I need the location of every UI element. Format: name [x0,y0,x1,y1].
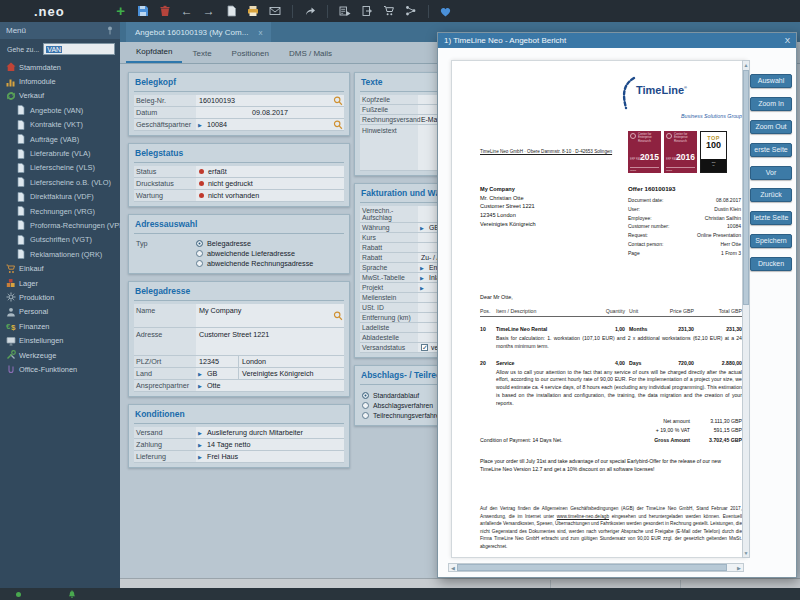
radio-icon[interactable] [362,402,369,409]
tab-positionen[interactable]: Positionen [222,45,279,63]
chevron-right-icon[interactable]: ▶ [196,451,204,462]
sidebar-item-einkauf[interactable]: Einkauf [0,261,120,275]
sidebar-item-infomodule[interactable]: Infomodule [0,74,120,88]
horizontal-scrollbar[interactable]: ◀ ▶ [448,563,744,572]
scroll-down-icon[interactable]: ▼ [743,549,749,557]
export-document-icon[interactable] [359,3,375,19]
radio-selected-icon[interactable] [362,392,369,399]
chevron-right-icon[interactable]: ▶ [418,223,426,232]
chevron-right-icon[interactable]: ▶ [196,380,204,391]
sidebar-item-lieferscheine-ob-vlo[interactable]: Lieferscheine o.B. (VLO) [0,175,120,189]
radio-abweichende-rechnungsadresse[interactable]: abweichende Rechnungsadresse [196,258,344,268]
sidebar-item-stammdaten[interactable]: Stammdaten [0,60,120,74]
sidebar-item-kontrakte-vkt[interactable]: Kontrakte (VKT) [0,118,120,132]
zoom-out-button[interactable]: Zoom Out [750,120,792,134]
horizontal-scroll-thumb[interactable] [457,564,727,571]
tab-texte[interactable]: Texte [182,45,221,63]
radio-icon[interactable] [196,250,203,257]
chevron-right-icon[interactable]: ▶ [418,263,426,272]
sidebar-item-werkzeuge[interactable]: Werkzeuge [0,348,120,362]
zoom-in-button[interactable]: Zoom In [750,97,792,111]
sidebar-item-gutschriften-vgt[interactable]: Gutschriften (VGT) [0,233,120,247]
support-icon[interactable] [438,3,454,19]
sidebar-item-finanzen[interactable]: €$ Finanzen [0,319,120,333]
geschaeftspartner-input[interactable]: 10084 [204,119,331,130]
search-icon[interactable] [331,95,344,106]
tab-dms-mails[interactable]: DMS / Mails [279,45,342,63]
sidebar-item-auftraege-vab[interactable]: Aufträge (VAB) [0,132,120,146]
datum-input[interactable]: 09.08.2017 [196,107,344,118]
print-button[interactable]: Drucken [750,257,792,271]
radio-icon[interactable] [362,412,369,419]
versand-input[interactable]: Auslieferung durch Mitarbeiter [204,427,344,438]
back-button[interactable]: Zurück [750,188,792,202]
sidebar-item-reklamationen-qrk[interactable]: Reklamationen (QRK) [0,247,120,261]
land-code-input[interactable]: GB [204,368,238,379]
search-icon[interactable] [331,304,344,327]
chevron-right-icon[interactable]: ▶ [196,439,204,450]
beleg-nr-input[interactable]: 160100193 [196,95,331,106]
close-tab-icon[interactable]: x [258,28,262,37]
email-icon[interactable] [267,3,283,19]
chevron-right-icon[interactable]: ▶ [196,368,204,379]
chevron-right-icon[interactable]: ▶ [418,283,426,292]
goto-input[interactable]: VAN [43,43,115,55]
radio-abweichende-lieferadresse[interactable]: abweichende Lieferadresse [196,248,344,258]
last-page-button[interactable]: letzte Seite [750,211,792,225]
cart-icon[interactable] [381,3,397,19]
export-table-icon[interactable] [337,3,353,19]
field-zahlung: Zahlung ▶ 14 Tage netto [134,439,344,451]
vertical-scroll-thumb[interactable] [743,70,749,305]
auswahl-button[interactable]: Auswahl [750,74,792,88]
sidebar-item-lager[interactable]: Lager [0,276,120,290]
close-icon[interactable]: X [785,36,790,45]
zahlung-input[interactable]: 14 Tage netto [204,439,344,450]
sidebar-item-verkauf[interactable]: Verkauf [0,89,120,103]
sidebar-item-lieferabrufe-vla[interactable]: Lieferabrufe (VLA) [0,146,120,160]
radio-belegadresse[interactable]: Belegadresse [196,238,344,248]
adresse-input[interactable]: Customer Street 1221 [196,328,344,355]
ort-input[interactable]: London [238,356,344,367]
document-tab[interactable]: Angebot 160100193 (My Com... x [126,22,271,42]
new-icon[interactable]: + [113,3,129,19]
sidebar-item-lieferscheine-vls[interactable]: Lieferscheine (VLS) [0,161,120,175]
search-icon[interactable] [331,119,344,130]
radio-selected-icon[interactable] [196,240,203,247]
sidebar-item-direktfaktura-vdf[interactable]: Direktfaktura (VDF) [0,190,120,204]
sidebar-item-angebote-van[interactable]: Angebote (VAN) [0,103,120,117]
name-input[interactable]: My Company [196,304,331,327]
sidebar-item-proforma-rechnungen-vpr[interactable]: Proforma-Rechnungen (VPR) [0,218,120,232]
scroll-right-icon[interactable]: ▶ [735,564,743,571]
document-icon [17,105,30,115]
plz-input[interactable]: 12345 [196,356,238,367]
save-button[interactable]: Speichern [750,234,792,248]
sidebar-item-produktion[interactable]: Produktion [0,290,120,304]
print-icon[interactable] [245,3,261,19]
sidebar-item-einstellungen[interactable]: Einstellungen [0,333,120,347]
scroll-left-icon[interactable]: ◀ [449,564,457,571]
sidebar-item-rechnungen-vrg[interactable]: Rechnungen (VRG) [0,204,120,218]
share-nodes-icon[interactable] [403,3,419,19]
forward-button[interactable]: Vor [750,166,792,180]
sidebar-item-personal[interactable]: Personal [0,305,120,319]
radio-icon[interactable] [196,260,203,267]
first-page-button[interactable]: erste Seite [750,143,792,157]
lieferung-input[interactable]: Frei Haus [204,451,344,462]
chevron-right-icon[interactable]: ▶ [196,119,204,130]
save-icon[interactable] [135,3,151,19]
notification-bell-icon[interactable] [67,589,77,599]
back-icon[interactable]: ← [179,3,195,19]
share-icon[interactable] [302,3,318,19]
sidebar-item-office-funktionen[interactable]: Office-Funktionen [0,362,120,376]
vertical-scrollbar[interactable]: ▲ ▼ [742,60,750,558]
copy-document-icon[interactable] [223,3,239,19]
forward-icon[interactable]: → [201,3,217,19]
chevron-right-icon[interactable]: ▶ [196,427,204,438]
chevron-right-icon[interactable]: ▶ [418,273,426,282]
tab-kopfdaten[interactable]: Kopfdaten [126,43,182,63]
delete-icon[interactable] [157,3,173,19]
pin-icon[interactable] [106,26,114,35]
ansprechpartner-input[interactable]: Otte [204,380,344,391]
checkbox-checked-icon[interactable]: ✓ [421,344,428,351]
scroll-up-icon[interactable]: ▲ [743,61,749,69]
